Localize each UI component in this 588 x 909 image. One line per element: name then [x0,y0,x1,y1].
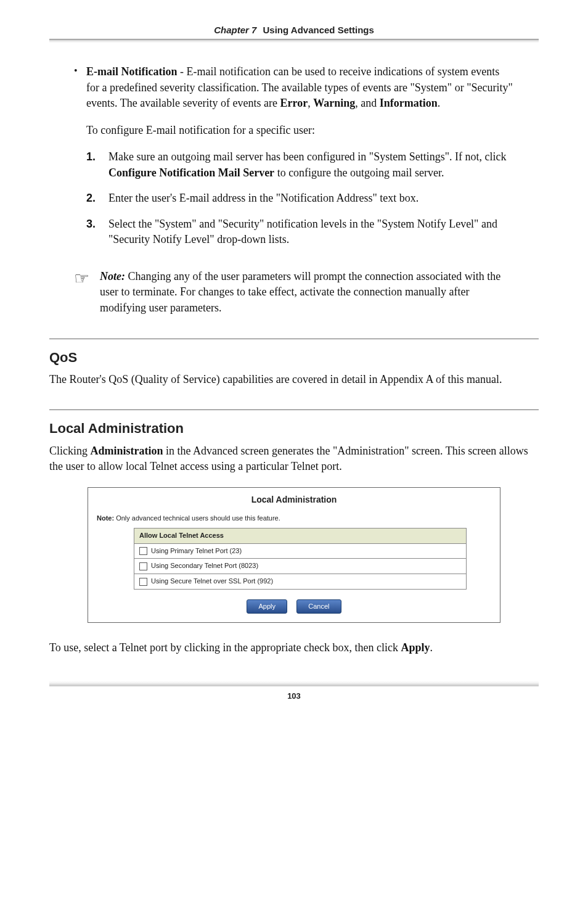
closing-paragraph: To use, select a Telnet port by clicking… [49,640,539,656]
step-1-bold: Configure Notification Mail Server [108,167,274,179]
note-block: ☞ Note: Changing any of the user paramet… [74,269,514,316]
hand-pointing-icon: ☞ [74,269,100,316]
local-admin-heading: Local Administration [49,419,539,438]
step-number: 1. [86,149,108,181]
panel-note-text: Only advanced technical users should use… [114,514,280,522]
row-label: Using Secure Telnet over SSL Port (992) [151,577,273,585]
email-notification-label: E-mail Notification [86,65,177,78]
chapter-header: Chapter 7 Using Advanced Settings [49,25,539,35]
qos-heading: QoS [49,348,539,367]
step-2-text: Enter the user's E-mail address in the "… [108,191,514,207]
telnet-access-table: Allow Local Telnet Access Using Primary … [134,528,467,589]
panel-title: Local Administration [97,494,491,506]
qos-paragraph: The Router's QoS (Quality of Service) ca… [49,372,539,388]
severity-error: Error [280,97,308,109]
note-label: Note: [100,270,125,282]
note-text: Changing any of the user parameters will… [100,270,500,314]
checkbox-primary-telnet[interactable] [139,547,147,555]
table-row: Using Primary Telnet Port (23) [134,543,467,559]
panel-buttons: Apply Cancel [97,599,491,614]
table-header-cell: Allow Local Telnet Access [134,529,467,544]
checkbox-secure-telnet-ssl[interactable] [139,578,147,586]
chapter-title: Using Advanced Settings [263,25,374,35]
step-1-text-a: Make sure an outgoing mail server has be… [108,150,507,163]
configure-line: To configure E-mail notification for a s… [86,123,514,139]
panel-note: Note: Only advanced technical users shou… [97,514,491,524]
step-3-text: Select the "System" and "Security" notif… [108,216,514,248]
bullet-dot: • [74,64,86,258]
step-number: 2. [86,191,108,207]
step-1-text-c: to configure the outgoing mail server. [274,167,444,179]
step-1: 1. Make sure an outgoing mail server has… [86,149,514,181]
steps-list: 1. Make sure an outgoing mail server has… [86,149,514,248]
section-divider [49,409,539,410]
step-3: 3. Select the "System" and "Security" no… [86,216,514,248]
sep2: , and [355,97,380,109]
footer-divider [49,681,539,686]
email-notification-bullet: • E-mail Notification - E-mail notificat… [74,64,514,258]
closing-a: To use, select a Telnet port by clicking… [49,641,401,654]
step-2: 2. Enter the user's E-mail address in th… [86,191,514,207]
table-row: Using Secure Telnet over SSL Port (992) [134,574,467,589]
cancel-button[interactable]: Cancel [296,599,341,614]
closing-bold: Apply [401,641,430,654]
local-admin-para-a: Clicking [49,445,91,457]
page-number: 103 [49,691,539,701]
local-administration-panel: Local Administration Note: Only advanced… [88,487,500,623]
chapter-label: Chapter 7 [214,25,256,35]
table-row: Using Secondary Telnet Port (8023) [134,559,467,574]
checkbox-secondary-telnet[interactable] [139,562,147,570]
severity-information: Information [380,97,438,109]
header-divider [49,39,539,43]
row-label: Using Primary Telnet Port (23) [151,547,242,554]
tail: . [438,97,441,109]
closing-c: . [430,641,433,654]
local-admin-para-bold: Administration [91,445,163,457]
panel-note-label: Note: [97,514,114,522]
section-divider [49,339,539,339]
step-number: 3. [86,216,108,248]
sep1: , [308,97,313,109]
apply-button[interactable]: Apply [247,599,287,614]
severity-warning: Warning [313,97,355,109]
local-admin-paragraph: Clicking Administration in the Advanced … [49,443,539,475]
row-label: Using Secondary Telnet Port (8023) [151,562,258,569]
